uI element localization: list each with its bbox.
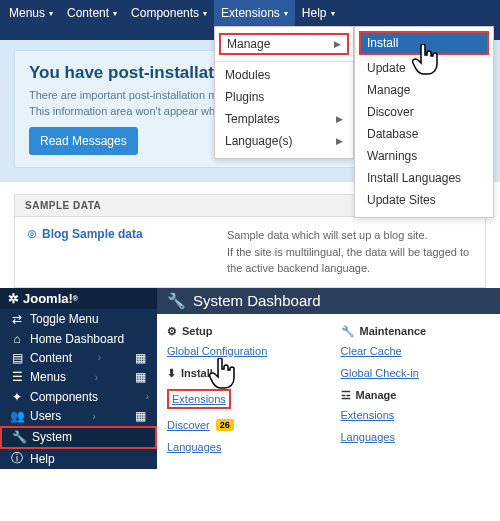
menu-item-manage[interactable]: Manage▶ [219,33,349,55]
j4-section: ✲Joomla!® ⇄Toggle Menu ⌂Home Dashboard ▤… [0,288,500,469]
chevron-right-icon: › [93,411,96,422]
nav-components[interactable]: Components▾ [124,0,214,26]
j4-sidebar: ✲Joomla!® ⇄Toggle Menu ⌂Home Dashboard ▤… [0,288,157,469]
menu-icon: ☰ [8,370,26,384]
menu-item-install[interactable]: Install [359,31,489,55]
nav-help[interactable]: Help▾ [295,0,342,26]
menu-item-manage-sub[interactable]: Manage [359,79,489,101]
caret-icon: ▾ [113,9,117,18]
sidebar-menus[interactable]: ☰Menus›▦ [0,368,157,387]
menu-item-modules[interactable]: Modules [215,64,353,86]
caret-icon: ▾ [49,9,53,18]
menu-item-update[interactable]: Update [359,57,489,79]
grid-icon: ▦ [131,409,149,423]
section-maintenance: 🔧Maintenance [341,325,491,338]
menu-item-plugins[interactable]: Plugins [215,86,353,108]
menu-item-database[interactable]: Database [359,123,489,145]
page-title: 🔧System Dashboard [157,288,500,314]
link-languages[interactable]: Languages [167,441,317,453]
grid-icon: ▦ [131,351,149,365]
menu-item-warnings[interactable]: Warnings [359,145,489,167]
wifi-icon: ⊚ [27,227,37,241]
menu-item-templates[interactable]: Templates▶ [215,108,353,130]
read-messages-button[interactable]: Read Messages [29,127,138,155]
chevron-right-icon: ▶ [334,39,341,49]
link-global-configuration[interactable]: Global Configuration [167,345,317,357]
j4-main: 🔧System Dashboard ⚙Setup Global Configur… [157,288,500,469]
info-icon: ⓘ [8,450,26,467]
sample-desc: Sample data which will set up a blog sit… [227,227,473,244]
caret-icon: ▾ [284,9,288,18]
wrench-icon: 🔧 [10,430,28,444]
link-global-checkin[interactable]: Global Check-in [341,367,491,379]
brand: ✲Joomla!® [0,288,157,310]
nav-content[interactable]: Content▾ [60,0,124,26]
link-discover[interactable]: Discover [167,419,210,431]
link-manage-extensions[interactable]: Extensions [341,409,491,421]
menu-item-discover[interactable]: Discover [359,101,489,123]
caret-icon: ▾ [203,9,207,18]
sidebar-users[interactable]: 👥Users›▦ [0,406,157,425]
menu-item-update-sites[interactable]: Update Sites [359,189,489,211]
section-install: ⬇Install [167,367,317,380]
link-manage-languages[interactable]: Languages [341,431,491,443]
wrench-icon: 🔧 [341,325,355,338]
top-nav: Menus▾ Content▾ Components▾ Extensions▾ … [0,0,500,26]
sidebar-components[interactable]: ✦Components› [0,387,157,406]
sample-desc: If the site is multilingual, the data wi… [227,244,473,277]
joomla-icon: ✲ [8,291,19,306]
blog-sample-link[interactable]: Blog Sample data [42,227,143,241]
discover-badge: 26 [216,419,234,431]
section-setup: ⚙Setup [167,325,317,338]
caret-icon: ▾ [331,9,335,18]
sidebar-home-dashboard[interactable]: ⌂Home Dashboard [0,329,157,348]
chevron-right-icon: ▶ [336,136,343,146]
menu-item-languages[interactable]: Language(s)▶ [215,130,353,152]
chevron-right-icon: › [146,391,149,402]
sidebar-system[interactable]: 🔧System [0,426,157,449]
home-icon: ⌂ [8,332,26,346]
download-icon: ⬇ [167,367,176,380]
dropdown-manage: Install Update Manage Discover Database … [354,26,494,218]
grid-icon: ▦ [131,370,149,384]
list-icon: ☲ [341,389,351,402]
puzzle-icon: ✦ [8,390,26,404]
content-icon: ▤ [8,351,26,365]
wrench-icon: 🔧 [167,292,186,310]
menu-item-install-languages[interactable]: Install Languages [359,167,489,189]
gear-icon: ⚙ [167,325,177,338]
dropdown-extensions: Manage▶ Modules Plugins Templates▶ Langu… [214,26,354,159]
sidebar-help[interactable]: ⓘHelp [0,449,157,468]
chevron-right-icon: › [98,352,101,363]
toggle-icon: ⇄ [8,312,26,326]
sidebar-content[interactable]: ▤Content›▦ [0,348,157,367]
nav-extensions[interactable]: Extensions▾ [214,0,295,26]
link-extensions[interactable]: Extensions [167,389,231,409]
nav-menus[interactable]: Menus▾ [2,0,60,26]
link-clear-cache[interactable]: Clear Cache [341,345,491,357]
users-icon: 👥 [8,409,26,423]
section-manage: ☲Manage [341,389,491,402]
chevron-right-icon: › [95,372,98,383]
chevron-right-icon: ▶ [336,114,343,124]
sidebar-toggle-menu[interactable]: ⇄Toggle Menu [0,309,157,328]
